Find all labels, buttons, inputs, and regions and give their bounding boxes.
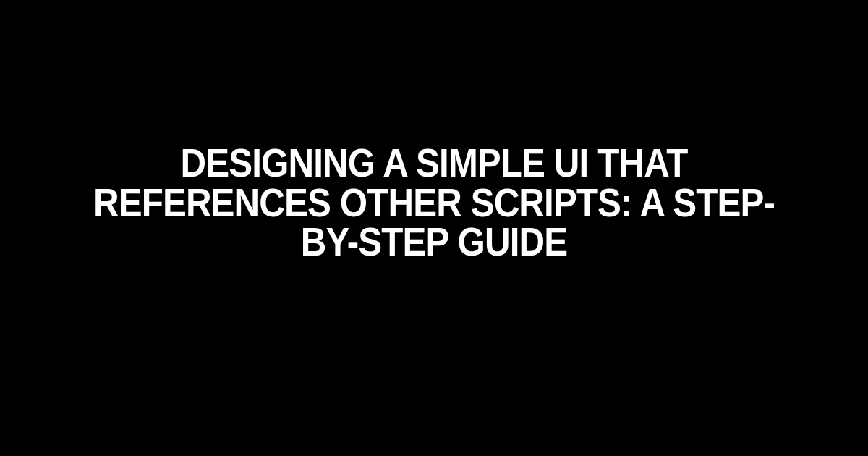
page-title: Designing a Simple UI that References Ot… — [84, 143, 784, 263]
title-container: Designing a Simple UI that References Ot… — [0, 143, 868, 263]
